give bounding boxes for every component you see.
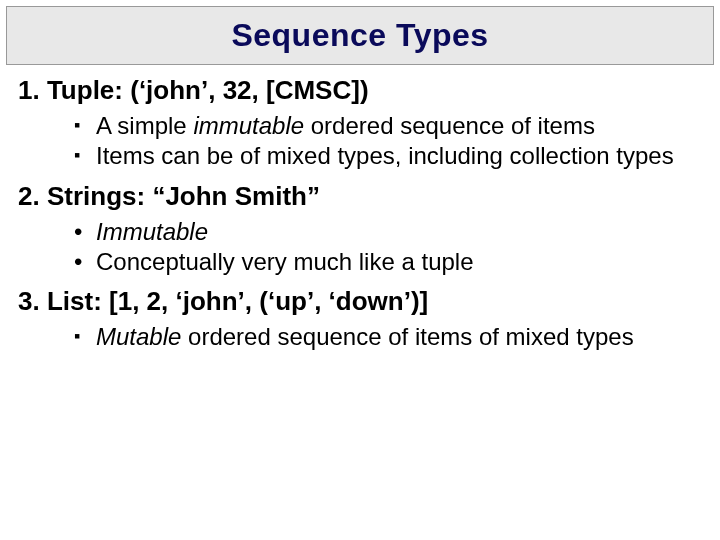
list-item: Immutable [74,218,702,246]
bullet-list-strings: Immutable Conceptually very much like a … [74,218,702,277]
section-head-strings: 2. Strings: “John Smith” [18,181,702,212]
list-item: A simple immutable ordered sequence of i… [74,112,702,140]
bullet-text: ordered sequence of items of mixed types [181,323,633,350]
section-num: 2. [18,181,40,211]
bullet-em: Immutable [96,218,208,245]
list-item: Conceptually very much like a tuple [74,248,702,276]
list-item: Items can be of mixed types, including c… [74,142,702,170]
bullet-text: A simple [96,112,193,139]
section-head-tuple: 1. Tuple: (‘john’, 32, [CMSC]) [18,75,702,106]
bullet-em: immutable [193,112,304,139]
section-example: (‘john’, 32, [CMSC]) [130,75,368,105]
bullet-text: Conceptually very much like a tuple [96,248,474,275]
slide-body: 1. Tuple: (‘john’, 32, [CMSC]) A simple … [0,75,720,352]
section-num: 1. [18,75,40,105]
bullet-text: ordered sequence of items [304,112,595,139]
section-label: List: [47,286,102,316]
section-example: [1, 2, ‘john’, (‘up’, ‘down’)] [109,286,428,316]
bullet-em: Mutable [96,323,181,350]
list-item: Mutable ordered sequence of items of mix… [74,323,702,351]
section-head-list: 3. List: [1, 2, ‘john’, (‘up’, ‘down’)] [18,286,702,317]
section-example: “John Smith” [152,181,320,211]
bullet-list-list: Mutable ordered sequence of items of mix… [74,323,702,351]
bullet-text: Items can be of mixed types, including c… [96,142,674,169]
bullet-list-tuple: A simple immutable ordered sequence of i… [74,112,702,171]
title-bar: Sequence Types [6,6,714,65]
section-label: Strings: [47,181,145,211]
slide-title: Sequence Types [7,17,713,54]
section-label: Tuple: [47,75,123,105]
section-num: 3. [18,286,40,316]
